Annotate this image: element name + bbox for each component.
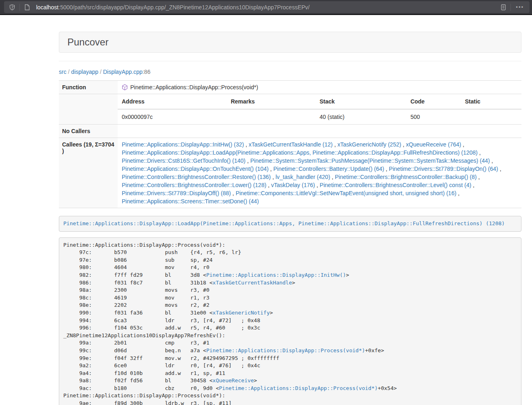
- code-symbol-link[interactable]: Pinetime::Applications::DisplayApp::Proc…: [206, 347, 365, 353]
- details-value-address: 0x0000097c: [118, 109, 227, 124]
- code-symbol-link[interactable]: xQueueReceive: [213, 377, 254, 383]
- function-table: Function Pinetime::Applications::Display…: [59, 80, 521, 208]
- callee-link[interactable]: Pinetime::Applications::Screens::Timer::…: [122, 198, 259, 205]
- page-info-icon[interactable]: [22, 2, 33, 13]
- callees-row: Callees (19, Σ=3704 ) Pinetime::Applicat…: [59, 138, 521, 208]
- callee-link[interactable]: xTaskGenericNotify (252): [337, 141, 401, 148]
- code-symbol-link[interactable]: Pinetime::Applications::DisplayApp::Init…: [206, 272, 346, 278]
- callee-separator: ,: [315, 182, 320, 188]
- callee-link[interactable]: Pinetime::Controllers::BrightnessControl…: [122, 182, 266, 188]
- details-value-static: [461, 109, 521, 124]
- details-col-header-code: Code: [406, 94, 461, 109]
- callee-separator: ,: [246, 157, 250, 164]
- details-header-row: AddressRemarksStackCodeStatic: [118, 94, 521, 109]
- toolbar-separator-2: [510, 4, 511, 11]
- function-row: Function Pinetime::Applications::Display…: [59, 81, 521, 94]
- code-symbol-link[interactable]: Pinetime::Applications::DisplayApp::Proc…: [219, 385, 378, 391]
- callee-link[interactable]: xQueueReceive (764): [406, 141, 461, 148]
- browser-toolbar: localhost:5000/path/src/displayapp/Displ…: [0, 0, 532, 15]
- callee-link[interactable]: Pinetime::Applications::DisplayApp::OnTo…: [122, 166, 269, 172]
- callee-separator: ,: [333, 141, 338, 148]
- callee-separator: ,: [269, 166, 274, 172]
- app-header-panel: Puncover: [59, 32, 521, 53]
- function-row-label: Function: [59, 81, 118, 94]
- breadcrumb-separator: /: [98, 69, 103, 75]
- callee-link[interactable]: Pinetime::System::SystemTask::PushMessag…: [250, 157, 490, 164]
- callee-separator: ,: [231, 190, 236, 196]
- callee-separator: ,: [244, 141, 249, 148]
- callee-separator: ,: [271, 174, 276, 180]
- callee-separator: ,: [477, 174, 480, 180]
- details-col-header-stack: Stack: [316, 94, 407, 109]
- callee-separator: ,: [478, 149, 481, 156]
- breadcrumb-link-displayapp-cpp[interactable]: DisplayApp.cpp: [103, 69, 142, 75]
- details-table: AddressRemarksStackCodeStatic 0x0000097c…: [118, 94, 521, 124]
- details-row-label: [59, 94, 118, 125]
- url-bar[interactable]: localhost:5000/path/src/displayapp/Displ…: [4, 1, 530, 13]
- breadcrumb-link-displayapp[interactable]: displayapp: [71, 69, 98, 75]
- callee-link[interactable]: lv_task_handler (420): [276, 174, 330, 180]
- callee-separator: ,: [266, 182, 271, 188]
- details-value-remarks: [227, 109, 316, 124]
- callee-link[interactable]: Pinetime::Applications::DisplayApp::Load…: [122, 149, 478, 156]
- page-container: Puncover src / displayapp / DisplayApp.c…: [59, 32, 521, 405]
- callees-label: Callees (19, Σ=3704 ): [59, 138, 118, 208]
- toolbar-separator: [19, 4, 20, 11]
- callee-link[interactable]: Pinetime::Drivers::Cst816S::GetTouchInfo…: [122, 157, 246, 164]
- callee-separator: ,: [498, 166, 502, 172]
- details-col-header-address: Address: [118, 94, 227, 109]
- callee-link[interactable]: vTaskDelay (176): [271, 182, 315, 188]
- menu-dots-icon[interactable]: •••: [513, 4, 527, 10]
- page-title: Puncover: [67, 37, 108, 48]
- breadcrumb-line-number: :86: [142, 69, 150, 75]
- details-value-stack: 40 (static): [316, 109, 407, 124]
- callee-link[interactable]: Pinetime::Drivers::St7789::DisplayOff() …: [122, 190, 231, 196]
- callee-link[interactable]: Pinetime::Controllers::BrightnessControl…: [122, 174, 271, 180]
- disassembly-listing: Pinetime::Applications::DisplayApp::Proc…: [59, 237, 521, 405]
- url-text[interactable]: localhost:5000/path/src/displayapp/Displ…: [36, 4, 498, 11]
- callee-separator: ,: [330, 174, 335, 180]
- reader-mode-icon[interactable]: [498, 2, 509, 13]
- breadcrumb: src / displayapp / DisplayApp.cpp:86: [59, 69, 521, 75]
- callee-link[interactable]: Pinetime::Controllers::BrightnessControl…: [335, 174, 476, 180]
- details-row: AddressRemarksStackCodeStatic 0x0000097c…: [59, 94, 521, 125]
- no-callers-label: No Callers: [59, 125, 118, 138]
- callee-link[interactable]: Pinetime::Applications::DisplayApp::Init…: [122, 141, 244, 148]
- function-cube-icon: [122, 84, 128, 90]
- callee-separator: ,: [490, 157, 493, 164]
- code-symbol-link[interactable]: xTaskGetCurrentTaskHandle: [213, 280, 292, 286]
- callee-link[interactable]: Pinetime::Controllers::BrightnessControl…: [320, 182, 471, 188]
- details-col-header-static: Static: [461, 94, 521, 109]
- callee-separator: ,: [384, 166, 389, 172]
- callers-row: No Callers: [59, 125, 521, 138]
- details-col-header-remarks: Remarks: [227, 94, 316, 109]
- callee-separator: ,: [471, 182, 474, 188]
- details-value-code: 500: [406, 109, 461, 124]
- callee-link[interactable]: Pinetime::Controllers::Battery::Update()…: [274, 166, 384, 172]
- function-name: Pinetime::Applications::DisplayApp::Proc…: [130, 83, 258, 91]
- url-path: :5000/path/src/displayapp/DisplayApp.cpp…: [58, 4, 310, 11]
- selected-callee-box: Pinetime::Applications::DisplayApp::Load…: [59, 216, 521, 232]
- header-divider: [59, 61, 521, 61]
- callee-separator: ,: [461, 141, 464, 148]
- callee-separator: ,: [457, 190, 460, 196]
- shield-icon[interactable]: [6, 2, 18, 13]
- callee-separator: ,: [401, 141, 406, 148]
- callees-list: Pinetime::Applications::DisplayApp::Init…: [118, 138, 521, 208]
- details-value-row: 0x0000097c40 (static)500: [118, 109, 521, 124]
- url-host: localhost: [36, 4, 58, 11]
- callee-link[interactable]: xTaskGetCurrentTaskHandle (12): [249, 141, 333, 148]
- code-symbol-link[interactable]: xTaskGenericNotify: [213, 310, 270, 316]
- selected-callee-link[interactable]: Pinetime::Applications::DisplayApp::Load…: [63, 220, 505, 226]
- breadcrumb-link-src[interactable]: src: [59, 69, 67, 75]
- breadcrumb-separator: /: [67, 69, 71, 75]
- callee-link[interactable]: Pinetime::Components::LittleVgl::SetNewT…: [236, 190, 457, 196]
- callee-link[interactable]: Pinetime::Drivers::St7789::DisplayOn() (…: [389, 166, 498, 172]
